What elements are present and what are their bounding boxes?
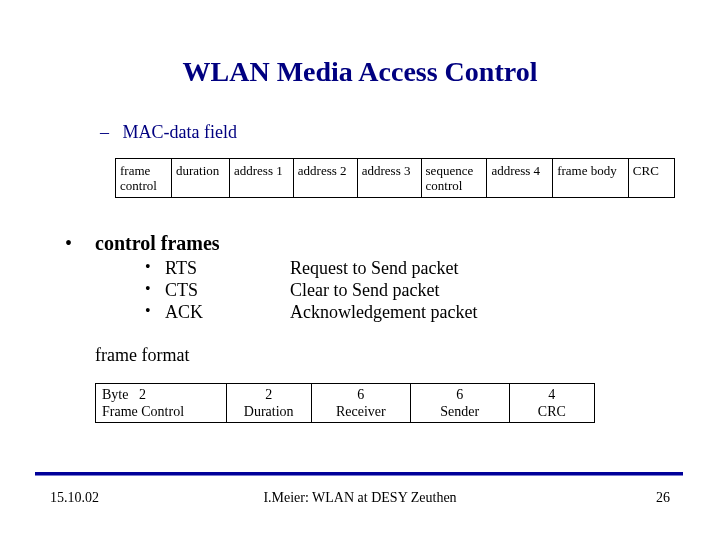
table-cell: address 1 xyxy=(229,159,293,197)
cell-bot: CRC xyxy=(538,404,566,419)
cell-bot: Frame Control xyxy=(102,404,184,419)
control-frames-heading: control frames xyxy=(95,232,220,255)
frame-abbr: RTS xyxy=(165,258,197,279)
cell-text: duration xyxy=(176,163,219,178)
table-cell: 6 Sender xyxy=(410,384,509,422)
table-cell: CRC xyxy=(628,159,675,197)
bullet-icon: • xyxy=(65,232,72,255)
cell-text: frame body xyxy=(557,163,617,178)
sub-heading-mac-data: – MAC-data field xyxy=(100,122,237,143)
table-cell: Byte 2 Frame Control xyxy=(95,384,226,422)
cell-text: framecontrol xyxy=(120,163,157,193)
frame-desc: Request to Send packet xyxy=(290,258,458,279)
page-title: WLAN Media Access Control xyxy=(0,56,720,88)
frame-abbr: ACK xyxy=(165,302,203,323)
table-cell: address 4 xyxy=(486,159,552,197)
bullet-icon: • xyxy=(145,302,151,320)
cell-text: sequencecontrol xyxy=(426,163,474,193)
table-cell: framecontrol xyxy=(115,159,171,197)
frame-desc: Acknowledgement packet xyxy=(290,302,477,323)
cell-top: 6 xyxy=(357,387,364,402)
cell-text: address 3 xyxy=(362,163,411,178)
slide: WLAN Media Access Control – MAC-data fie… xyxy=(0,0,720,540)
cell-top: 4 xyxy=(548,387,555,402)
sub-heading-text: MAC-data field xyxy=(123,122,237,142)
cell-bot: Duration xyxy=(244,404,294,419)
cell-text: address 2 xyxy=(298,163,347,178)
cell-top: 2 xyxy=(265,387,272,402)
frame-desc: Clear to Send packet xyxy=(290,280,439,301)
footer-center: I.Meier: WLAN at DESY Zeuthen xyxy=(0,490,720,506)
cell-top: 6 xyxy=(456,387,463,402)
cell-bot: Sender xyxy=(440,404,479,419)
footer-divider xyxy=(35,472,683,475)
footer-page-number: 26 xyxy=(656,490,670,506)
control-frame-format-table: Byte 2 Frame Control 2 Duration 6 Receiv… xyxy=(95,383,595,423)
table-cell: 2 Duration xyxy=(226,384,311,422)
bullet-icon: • xyxy=(145,280,151,298)
table-cell: 6 Receiver xyxy=(311,384,410,422)
frame-format-label: frame format xyxy=(95,345,189,366)
cell-text: CRC xyxy=(633,163,659,178)
cell-bot: Receiver xyxy=(336,404,386,419)
table-cell: 4 CRC xyxy=(509,384,595,422)
cell-text: address 1 xyxy=(234,163,283,178)
table-cell: duration xyxy=(171,159,229,197)
bullet-icon: • xyxy=(145,258,151,276)
table-cell: sequencecontrol xyxy=(421,159,487,197)
cell-top: 2 xyxy=(139,387,146,402)
table-cell: address 2 xyxy=(293,159,357,197)
table-cell: address 3 xyxy=(357,159,421,197)
frame-abbr: CTS xyxy=(165,280,198,301)
mac-data-field-table: framecontrol duration address 1 address … xyxy=(115,158,675,198)
cell-text: address 4 xyxy=(491,163,540,178)
dash-bullet: – xyxy=(100,122,109,142)
byte-label: Byte xyxy=(102,387,128,402)
table-cell: frame body xyxy=(552,159,628,197)
